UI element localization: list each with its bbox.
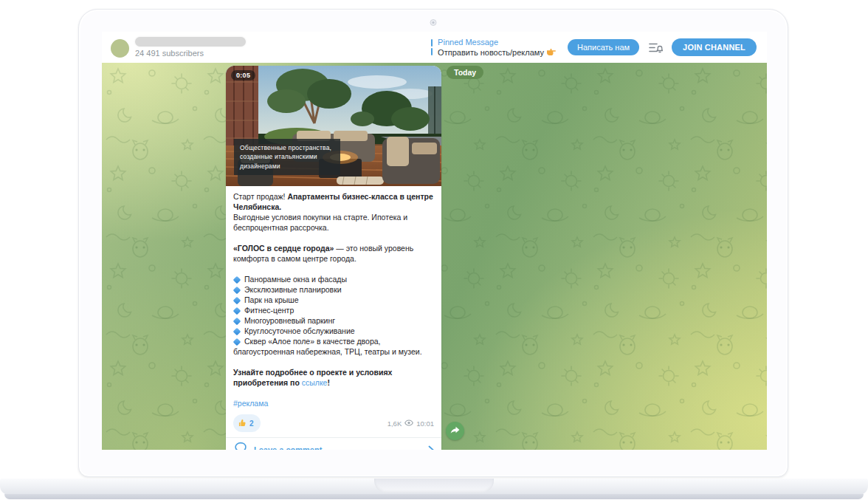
blue-diamond-icon bbox=[233, 338, 241, 346]
hashtag-line: #реклама bbox=[233, 398, 434, 408]
share-button[interactable] bbox=[446, 422, 464, 440]
comment-bubble-icon bbox=[234, 442, 247, 450]
leave-comment-bar[interactable]: Leave a comment bbox=[226, 437, 441, 450]
details-link[interactable]: ссылке bbox=[302, 378, 328, 387]
chat-area: Today bbox=[102, 63, 767, 450]
pinned-message-label: Pinned Message bbox=[438, 38, 556, 47]
message-text: Старт продаж! Апартаменты бизнес-класса … bbox=[226, 186, 441, 410]
chevron-right-icon bbox=[428, 445, 434, 451]
feature-item: Круглосуточное обслуживание bbox=[233, 326, 434, 336]
blue-diamond-icon bbox=[233, 297, 241, 305]
laptop-base bbox=[0, 479, 868, 495]
write-us-button[interactable]: Написать нам bbox=[568, 39, 639, 55]
reaction-thumbs-up[interactable]: 2 bbox=[233, 414, 261, 432]
thumbs-up-icon bbox=[238, 417, 247, 430]
leave-comment-label: Leave a comment bbox=[254, 445, 322, 451]
channel-header: 24 491 subscribers Pinned Message Отправ… bbox=[102, 32, 767, 63]
subscriber-count: 24 491 subscribers bbox=[135, 49, 246, 58]
join-channel-button[interactable]: JOIN CHANNEL bbox=[672, 38, 757, 56]
eye-icon bbox=[404, 419, 413, 428]
blue-diamond-icon bbox=[233, 287, 241, 295]
share-icon bbox=[450, 425, 460, 438]
pinned-message-text: Отправить новость/рекламу bbox=[438, 47, 544, 58]
feature-item: Панорамные окна и фасады bbox=[233, 274, 434, 284]
message-time: 10:01 bbox=[416, 419, 434, 428]
feature-item: Многоуровневый паркинг bbox=[233, 315, 434, 326]
message-meta: 1,6K 10:01 bbox=[388, 419, 434, 428]
pinned-bar-icon bbox=[431, 38, 433, 58]
paragraph-golos: «ГОЛОС в сердце города» — это новый уров… bbox=[233, 243, 434, 264]
paragraph-terms: Выгодные условия покупки на старте. Ипот… bbox=[233, 212, 434, 233]
video-duration-badge: 0:05 bbox=[231, 70, 255, 81]
hashtag-link[interactable]: #реклама bbox=[233, 399, 268, 408]
feature-item: Парк на крыше bbox=[233, 295, 434, 305]
blue-diamond-icon bbox=[233, 307, 241, 315]
paragraph-intro: Старт продаж! Апартаменты бизнес-класса … bbox=[233, 191, 434, 212]
bubble-tail bbox=[220, 449, 227, 450]
reaction-row: 2 1,6K 10:01 bbox=[226, 410, 441, 437]
channel-avatar[interactable] bbox=[111, 39, 129, 58]
laptop-lid-notch bbox=[374, 479, 494, 493]
laptop-camera-icon bbox=[430, 19, 437, 26]
view-count: 1,6K bbox=[388, 419, 402, 428]
blue-diamond-icon bbox=[233, 276, 241, 284]
message-bubble: 0:05 Общественные пространства, созданны… bbox=[226, 66, 441, 450]
context-menu-icon[interactable] bbox=[648, 41, 663, 54]
laptop-screen: 24 491 subscribers Pinned Message Отправ… bbox=[78, 9, 788, 477]
date-badge: Today bbox=[447, 66, 483, 79]
channel-name-blurred[interactable] bbox=[135, 37, 246, 47]
blue-diamond-icon bbox=[233, 328, 241, 336]
image-caption-overlay: Общественные пространства, созданные ита… bbox=[234, 139, 340, 175]
point-right-icon bbox=[546, 47, 556, 58]
blue-diamond-icon bbox=[233, 318, 241, 326]
feature-item: Сквер «Алое поле» в качестве двора, благ… bbox=[233, 336, 434, 357]
paragraph-cta: Узнайте подробнее о проекте и условиях п… bbox=[233, 367, 434, 388]
pinned-message[interactable]: Pinned Message Отправить новость/рекламу bbox=[431, 38, 556, 58]
browser-viewport: 24 491 subscribers Pinned Message Отправ… bbox=[102, 32, 767, 450]
feature-item: Фитнес-центр bbox=[233, 305, 434, 315]
channel-info: 24 491 subscribers bbox=[135, 37, 246, 58]
feature-item: Эксклюзивные планировки bbox=[233, 284, 434, 295]
reaction-count: 2 bbox=[249, 419, 254, 428]
video-thumbnail[interactable]: 0:05 Общественные пространства, созданны… bbox=[226, 66, 441, 186]
feature-list: Панорамные окна и фасады Эксклюзивные пл… bbox=[233, 274, 434, 357]
